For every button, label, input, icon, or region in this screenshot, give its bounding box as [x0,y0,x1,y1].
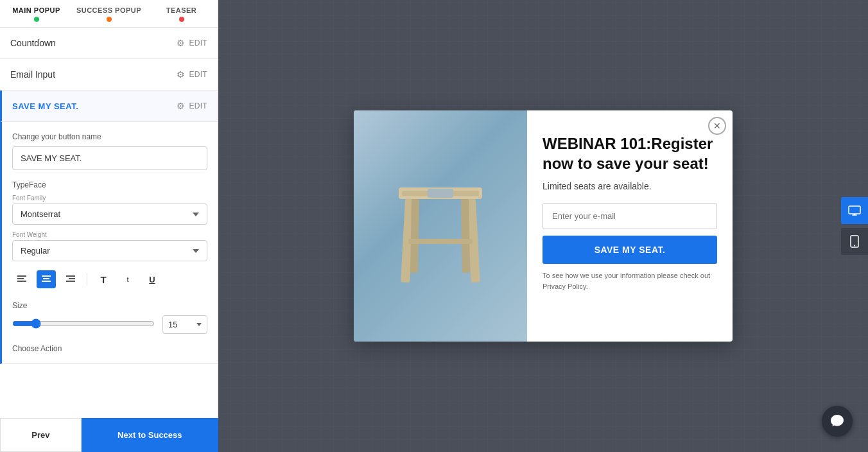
popup-title: WEBINAR 101:Register now to save your se… [542,134,717,173]
popup-image [354,110,527,342]
format-T-normal-btn[interactable]: T [94,270,113,288]
size-slider-container [12,318,155,331]
mobile-icon-btn[interactable] [841,228,868,255]
sidebar-item-save-my-seat[interactable]: SAVE MY SEAT. ⚙ EDIT [0,91,218,122]
chat-icon [829,413,845,429]
svg-rect-4 [43,278,49,279]
format-divider-1 [87,273,87,286]
popup-modal: ✕ WEBINAR 101:Register now to save your … [354,110,733,342]
svg-rect-1 [17,278,24,279]
next-button[interactable]: Next to Success [82,418,218,452]
font-family-select[interactable]: Montserrat [12,204,207,225]
svg-rect-0 [17,275,26,277]
size-section: Size 15 [12,301,207,334]
size-row: 15 [12,315,207,334]
sidebar-item-email-label: Email Input [10,69,55,80]
popup-subtitle: Limited seats are available. [542,181,717,191]
format-T-small-btn[interactable]: t [118,270,137,288]
mobile-icon [848,235,861,248]
popup-content: ✕ WEBINAR 101:Register now to save your … [527,110,733,342]
svg-rect-6 [66,275,75,277]
svg-rect-2 [17,281,26,282]
svg-rect-7 [69,278,75,279]
format-T-normal-label: T [100,274,106,285]
gear-icon-email[interactable]: ⚙ [177,69,185,80]
popup-close-button[interactable]: ✕ [708,117,726,135]
edit-link-email[interactable]: EDIT [189,70,207,79]
tab-teaser-label: TEASER [166,6,197,14]
svg-rect-16 [408,239,473,244]
font-weight-select[interactable]: Regular [12,240,207,261]
desktop-icon-btn[interactable] [841,197,868,224]
font-weight-group: Font Weight Regular [12,231,207,261]
gear-icon-save[interactable]: ⚙ [177,101,185,111]
left-panel: MAIN POPUP SUCCESS POPUP TEASER Countdow… [0,0,218,452]
font-family-label: Font Family [12,195,207,202]
tab-main-popup-label: MAIN POPUP [12,6,60,14]
edit-link-countdown[interactable]: EDIT [189,39,207,48]
tab-success-popup-dot [107,17,112,22]
edit-link-save[interactable]: EDIT [189,101,207,110]
typeface-label: TypeFace [12,180,207,189]
svg-rect-11 [428,189,453,198]
popup-cta-button[interactable]: SAVE MY SEAT. [542,236,717,264]
choose-action-label: Choose Action [12,344,207,353]
svg-point-21 [854,245,855,247]
svg-rect-17 [849,206,860,214]
chat-button[interactable] [822,406,853,437]
font-weight-label: Font Weight [12,231,207,238]
svg-rect-8 [66,281,75,282]
sidebar-item-countdown[interactable]: Countdown ⚙ EDIT [0,28,218,59]
tab-main-popup-dot [34,17,39,22]
right-icons [841,197,868,255]
popup-privacy-text: To see how we use your information pleas… [542,270,717,291]
format-underline-btn[interactable]: U [143,270,162,288]
button-name-label: Change your button name [12,132,207,141]
svg-rect-14 [410,199,419,273]
sidebar-item-countdown-label: Countdown [10,38,56,48]
tabs: MAIN POPUP SUCCESS POPUP TEASER [0,0,218,28]
format-T-small-label: t [126,275,128,283]
size-label: Size [12,301,207,310]
desktop-icon [848,204,861,217]
size-slider[interactable] [12,318,155,329]
stool-illustration [383,155,498,297]
size-select[interactable]: 15 [162,315,207,334]
close-icon: ✕ [713,121,721,131]
editor-panel: Change your button name TypeFace Font Fa… [0,122,218,364]
format-toolbar: T t U [12,268,207,291]
tab-success-popup-label: SUCCESS POPUP [76,6,141,14]
sidebar-item-email-actions: ⚙ EDIT [177,69,207,80]
sidebar-item-save-actions: ⚙ EDIT [177,101,207,111]
sidebar-items: Countdown ⚙ EDIT Email Input ⚙ EDIT SAVE… [0,28,218,452]
popup-email-input[interactable] [542,203,717,229]
right-area: ✕ WEBINAR 101:Register now to save your … [218,0,868,452]
tab-success-popup[interactable]: SUCCESS POPUP [73,0,145,27]
sidebar-item-email-input[interactable]: Email Input ⚙ EDIT [0,59,218,91]
gear-icon-countdown[interactable]: ⚙ [177,38,185,48]
font-family-group: Font Family Montserrat [12,195,207,225]
sidebar-item-save-label: SAVE MY SEAT. [12,101,78,111]
svg-rect-3 [42,275,51,277]
align-left-btn[interactable] [12,270,31,288]
tab-teaser-dot [179,17,184,22]
align-right-btn[interactable] [61,270,80,288]
align-center-btn[interactable] [37,270,56,288]
tab-main-popup[interactable]: MAIN POPUP [0,0,73,27]
bottom-bar: Prev Next to Success [0,418,218,452]
button-name-input[interactable] [12,146,207,170]
svg-rect-5 [42,281,51,282]
svg-rect-15 [461,199,470,273]
sidebar-item-countdown-actions: ⚙ EDIT [177,38,207,48]
format-underline-label: U [149,275,155,284]
tab-teaser[interactable]: TEASER [145,0,218,27]
prev-button[interactable]: Prev [0,418,82,452]
